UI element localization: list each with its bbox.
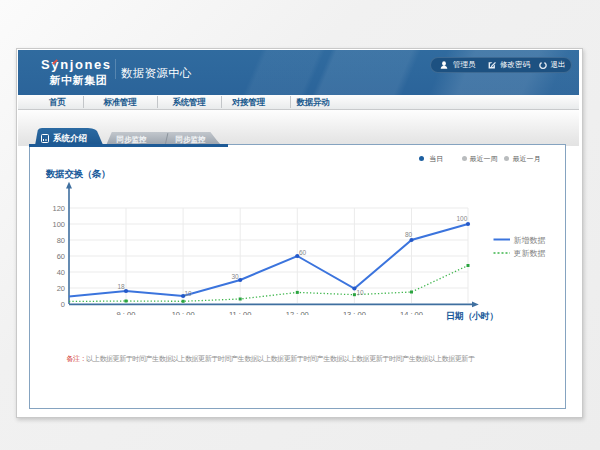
- svg-text:9 : 00: 9 : 00: [117, 310, 136, 315]
- svg-text:新增数据: 新增数据: [514, 236, 546, 245]
- svg-text:80: 80: [405, 231, 413, 238]
- svg-text:100: 100: [457, 215, 468, 222]
- svg-text:11 : 00: 11 : 00: [229, 310, 251, 315]
- svg-text:10: 10: [357, 289, 365, 296]
- svg-text:12 : 00: 12 : 00: [286, 310, 309, 315]
- svg-text:40: 40: [57, 268, 65, 277]
- svg-text:10: 10: [185, 290, 193, 297]
- svg-text:10 : 00: 10 : 00: [172, 310, 195, 315]
- svg-text:更新数据: 更新数据: [514, 249, 546, 258]
- svg-text:20: 20: [57, 284, 65, 293]
- svg-text:14 : 00: 14 : 00: [400, 310, 423, 315]
- svg-text:0: 0: [61, 300, 65, 309]
- svg-text:80: 80: [57, 236, 65, 245]
- svg-text:60: 60: [57, 252, 65, 261]
- svg-text:30: 30: [232, 273, 240, 280]
- svg-text:13 : 00: 13 : 00: [343, 310, 366, 315]
- svg-text:100: 100: [52, 220, 65, 229]
- svg-text:18: 18: [118, 283, 126, 290]
- svg-text:120: 120: [52, 204, 65, 213]
- svg-text:60: 60: [299, 249, 307, 256]
